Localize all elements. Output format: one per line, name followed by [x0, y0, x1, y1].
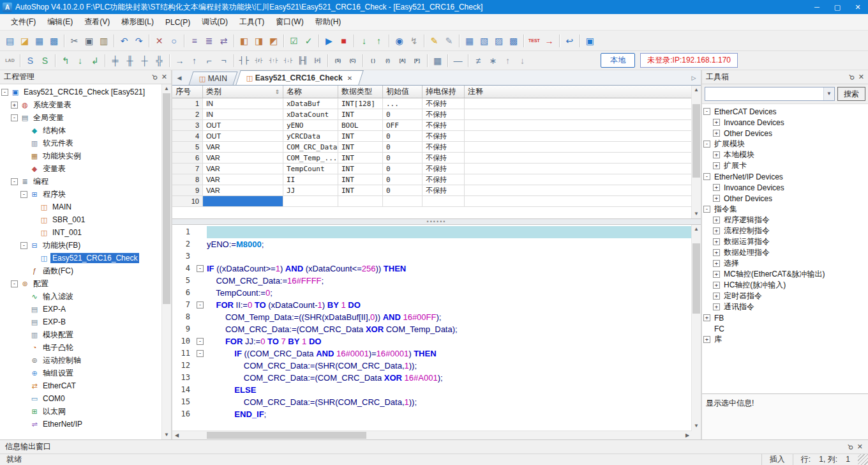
close-icon[interactable]: ✕ — [347, 75, 352, 82]
power-button[interactable]: ↯ — [407, 33, 421, 48]
tree-item[interactable]: +◍系统变量表 — [0, 98, 161, 111]
tree-item[interactable]: +Invoance Devices — [702, 117, 868, 128]
tree-item[interactable]: ▥软元件表 — [0, 137, 161, 149]
table-cell[interactable]: VAR — [203, 142, 283, 153]
contact-falling-button[interactable]: ┤↓├ — [281, 53, 296, 68]
move-down-button[interactable]: ↓ — [515, 53, 530, 68]
menu-edit[interactable]: 编辑(E) — [41, 15, 79, 29]
collapse-icon[interactable]: - — [703, 141, 710, 148]
tree-item[interactable]: +程序逻辑指令 — [702, 215, 868, 225]
tree-item[interactable]: +通讯指令 — [702, 301, 868, 312]
expand-icon[interactable]: + — [703, 336, 710, 343]
table-cell[interactable]: 0 — [383, 109, 423, 120]
table-cell[interactable]: II — [283, 174, 338, 185]
expand-icon[interactable]: + — [713, 271, 720, 278]
scroll-down-icon[interactable]: ▼ — [692, 210, 701, 218]
tree-item[interactable]: +MC轴控(EtherCAT&脉冲输出) — [702, 269, 868, 280]
move-up-button[interactable]: ↑ — [500, 53, 515, 68]
menu-plc[interactable]: PLC(P) — [160, 16, 196, 29]
parallel-nc-button[interactable]: ╟/╢ — [310, 53, 325, 68]
upload-button[interactable]: ↑ — [371, 33, 386, 48]
test-mode-button[interactable]: TEST — [527, 33, 542, 48]
sort-icon[interactable]: ⇕ — [274, 89, 280, 95]
code-text[interactable]: yENO:=M8000; — [207, 238, 692, 250]
tree-item[interactable]: +FB — [702, 312, 868, 323]
collapse-icon[interactable]: - — [703, 206, 710, 213]
corner-down-button[interactable]: ¬ — [216, 53, 231, 68]
search-button[interactable]: 搜索 — [837, 87, 865, 101]
tree-item[interactable]: ◫SBR_001 — [0, 213, 161, 226]
table-cell[interactable]: TempCount — [283, 164, 338, 174]
insert-below-button[interactable]: ↓ — [73, 53, 87, 68]
menu-tools[interactable]: 工具(T) — [234, 15, 270, 29]
collapse-icon[interactable]: - — [197, 338, 204, 345]
scrollbar-thumb[interactable] — [692, 243, 700, 314]
code-text[interactable]: COM_CRC_Data:=(COM_CRC_Data XOR COM_Temp… — [207, 323, 692, 335]
expand-icon[interactable]: + — [713, 162, 720, 169]
tree-item[interactable]: -⊟功能块(FB) — [0, 239, 161, 252]
jump-in-button[interactable]: → — [542, 33, 557, 48]
pin-icon[interactable]: ⚲ — [846, 72, 856, 82]
table-cell[interactable] — [203, 196, 283, 207]
table-cell[interactable]: 不保持 — [423, 164, 465, 174]
grid-toggle-button[interactable]: ▦ — [430, 53, 445, 68]
collapse-icon[interactable]: - — [197, 350, 204, 357]
table-cell[interactable] — [283, 196, 338, 207]
tree-item[interactable]: +定时器指令 — [702, 291, 868, 301]
collapse-icon[interactable]: - — [20, 242, 27, 249]
code-text[interactable]: COM_CRC_Data:=(COM_CRC_Data XOR 16#A001)… — [207, 372, 692, 384]
table-cell[interactable]: VAR — [203, 174, 283, 185]
scroll-left-icon[interactable]: ◀ — [172, 431, 181, 440]
tree-item[interactable]: +HC轴控(脉冲输入) — [702, 280, 868, 291]
table-cell[interactable]: INT — [338, 185, 383, 196]
table-cell[interactable] — [465, 153, 692, 164]
corner-right-button[interactable]: ⌐ — [202, 53, 216, 68]
table-cell[interactable]: JJ — [283, 185, 338, 196]
tree-item[interactable]: -▤全局变量 — [0, 111, 161, 124]
hline-tool-button[interactable]: — — [451, 53, 465, 68]
code-text[interactable]: ELSE — [207, 384, 692, 396]
scroll-up-icon[interactable]: ▲ — [692, 86, 701, 95]
insert-left-button[interactable]: ↲ — [87, 53, 102, 68]
tree-item[interactable]: ⇄EtherCAT — [0, 379, 161, 392]
download-button[interactable]: ↓ — [357, 33, 371, 48]
collapse-icon[interactable]: - — [197, 265, 204, 272]
table-cell[interactable]: OFF — [383, 120, 423, 131]
close-button[interactable]: ✕ — [848, 0, 868, 14]
scroll-up-icon[interactable]: ▲ — [162, 84, 171, 93]
parallel-no-button[interactable]: ╟╢ — [296, 53, 310, 68]
coil-out-button[interactable]: ( ) — [366, 53, 380, 68]
save-all-button[interactable]: ▩ — [47, 33, 61, 48]
expand-icon[interactable]: + — [713, 195, 720, 202]
read-mode-button[interactable]: ✎ — [442, 33, 456, 48]
table-cell[interactable]: 10 — [172, 196, 203, 207]
table-cell[interactable] — [465, 120, 692, 131]
splitter-handle[interactable]: •••••• — [172, 218, 701, 225]
code-text[interactable]: COM_CRC_Data:=(SHR(COM_CRC_Data,1)); — [207, 360, 692, 372]
expand-icon[interactable]: + — [11, 102, 18, 109]
stop-button[interactable]: ■ — [336, 33, 351, 48]
column-header[interactable]: 初始值 — [383, 86, 423, 98]
table-cell[interactable]: yENO — [283, 120, 338, 131]
delete-cell-button[interactable]: ╬ — [152, 53, 167, 68]
table-cell[interactable]: COM_CRC_Data — [283, 142, 338, 153]
tree-item[interactable]: +选择 — [702, 258, 868, 269]
table-cell[interactable]: 6 — [172, 153, 203, 164]
close-icon[interactable]: ✕ — [857, 443, 863, 451]
table-cell[interactable]: VAR — [203, 185, 283, 196]
table-cell[interactable]: VAR — [203, 153, 283, 164]
table-cell[interactable]: 9 — [172, 185, 203, 196]
tree-item[interactable]: ◫INT_001 — [0, 226, 161, 239]
table-cell[interactable]: IN — [203, 98, 283, 109]
tree-item[interactable]: -⊛配置 — [0, 277, 161, 290]
collapse-icon[interactable]: - — [11, 280, 18, 287]
insert-above-button[interactable]: ↰ — [58, 53, 73, 68]
table-cell[interactable]: IN — [203, 109, 283, 120]
close-icon[interactable]: ✕ — [858, 73, 864, 81]
find-button[interactable]: ○ — [167, 33, 181, 48]
tree-item[interactable]: ◫MAIN — [0, 201, 161, 213]
monitor-button[interactable]: ◉ — [392, 33, 407, 48]
cut-button[interactable]: ✂ — [67, 33, 82, 48]
expand-icon[interactable]: + — [713, 184, 720, 191]
tree-item[interactable]: -≣编程 — [0, 175, 161, 188]
